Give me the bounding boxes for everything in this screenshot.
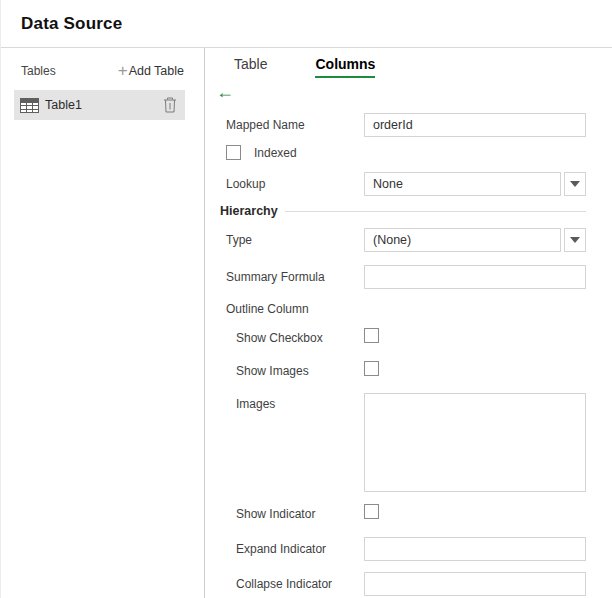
images-row: Images (205, 393, 586, 492)
hierarchy-label: Hierarchy (220, 204, 278, 218)
collapse-indicator-row: Collapse Indicator (205, 572, 586, 596)
type-dropdown[interactable]: (None) (364, 228, 586, 252)
chevron-down-icon (570, 181, 580, 187)
table-name: Table1 (45, 98, 163, 112)
outline-column-label: Outline Column (226, 302, 364, 316)
outline-column-row: Outline Column (205, 302, 586, 316)
show-indicator-label: Show Indicator (226, 507, 364, 521)
mapped-name-input[interactable] (364, 113, 586, 137)
type-dropdown-button[interactable] (564, 228, 586, 252)
page-title: Data Source (21, 14, 122, 34)
indexed-row: Indexed (205, 145, 586, 160)
tab-table[interactable]: Table (234, 56, 267, 78)
column-settings-panel: Table Columns ← Mapped Name Indexed Look… (205, 48, 612, 598)
tab-columns[interactable]: Columns (315, 56, 375, 78)
lookup-dropdown-button[interactable] (564, 172, 586, 196)
mapped-name-row: Mapped Name (205, 113, 586, 137)
add-table-button[interactable]: + Add Table (118, 64, 184, 78)
add-table-label: Add Table (129, 64, 184, 78)
dialog-header: Data Source (1, 0, 612, 48)
summary-formula-label: Summary Formula (226, 270, 364, 284)
chevron-down-icon (570, 237, 580, 243)
type-row: Type (None) (205, 228, 586, 252)
mapped-name-label: Mapped Name (226, 118, 364, 132)
trash-icon[interactable] (163, 97, 177, 113)
section-divider (285, 211, 586, 212)
tables-label: Tables (21, 64, 56, 78)
summary-formula-row: Summary Formula (205, 265, 586, 289)
type-value: (None) (364, 228, 561, 252)
lookup-value: None (364, 172, 561, 196)
tables-sidebar: Tables + Add Table Tab (1, 48, 205, 598)
lookup-label: Lookup (226, 177, 364, 191)
lookup-dropdown[interactable]: None (364, 172, 586, 196)
hierarchy-section-header: Hierarchy (205, 204, 586, 218)
lookup-row: Lookup None (205, 172, 586, 196)
expand-indicator-label: Expand Indicator (226, 542, 364, 556)
show-indicator-checkbox[interactable] (364, 504, 379, 519)
show-checkbox-checkbox[interactable] (364, 328, 379, 343)
images-label: Images (226, 393, 364, 411)
summary-formula-input[interactable] (364, 265, 586, 289)
show-images-row: Show Images (205, 361, 586, 380)
images-textarea[interactable] (364, 393, 586, 492)
expand-indicator-input[interactable] (364, 537, 586, 561)
data-source-dialog: Data Source Tables + Add Table (0, 0, 612, 598)
type-label: Type (226, 233, 364, 247)
show-indicator-row: Show Indicator (205, 504, 586, 523)
show-checkbox-row: Show Checkbox (205, 328, 586, 347)
indexed-label: Indexed (254, 146, 297, 160)
panel-tabs: Table Columns (234, 56, 612, 78)
show-checkbox-label: Show Checkbox (226, 331, 364, 345)
show-images-checkbox[interactable] (364, 361, 379, 376)
expand-indicator-row: Expand Indicator (205, 537, 586, 561)
collapse-indicator-input[interactable] (364, 572, 586, 596)
arrow-left-icon[interactable]: ← (216, 84, 242, 102)
collapse-indicator-label: Collapse Indicator (226, 577, 364, 591)
table-icon (20, 98, 39, 113)
show-images-label: Show Images (226, 364, 364, 378)
table-list-item[interactable]: Table1 (14, 90, 185, 120)
indexed-checkbox[interactable] (226, 145, 241, 160)
plus-icon: + (118, 64, 128, 78)
